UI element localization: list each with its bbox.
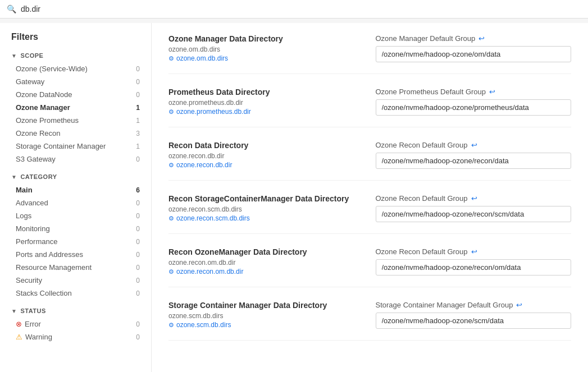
category-section: ▼ CATEGORY Main 6 Advanced 0 Logs 0 Moni… [0, 170, 151, 300]
category-item-resource-management[interactable]: Resource Management 0 [0, 261, 151, 274]
config-title-1: Prometheus Data Directory [168, 88, 364, 97]
category-item-logs[interactable]: Logs 0 [0, 209, 151, 222]
config-right-0: Ozone Manager Default Group ↩ [376, 34, 572, 62]
status-error-count: 0 [136, 320, 140, 328]
search-input[interactable] [21, 4, 581, 13]
scope-section-header[interactable]: ▼ SCOPE [0, 49, 151, 62]
category-item-count: 0 [136, 277, 140, 284]
scope-item-ozone-service-wide[interactable]: Ozone (Service-Wide) 0 [0, 62, 151, 75]
config-link-label-3: ozone.recon.scm.db.dirs [176, 214, 250, 222]
reset-icon-5[interactable]: ↩ [516, 301, 522, 309]
category-item-label: Stacks Collection [16, 289, 72, 297]
reset-icon-2[interactable]: ↩ [471, 141, 477, 149]
search-bar: 🔍 [0, 0, 588, 19]
status-warning-count: 0 [136, 333, 140, 341]
config-link-label-1: ozone.prometheus.db.dir [176, 108, 251, 116]
category-item-label: Security [16, 276, 42, 284]
config-value-input-0[interactable] [376, 46, 572, 62]
status-item-error[interactable]: ⊗ Error 0 [0, 318, 151, 330]
reset-icon-0[interactable]: ↩ [478, 34, 485, 43]
config-value-input-3[interactable] [376, 206, 572, 222]
config-link-label-2: ozone.recon.db.dir [176, 161, 232, 169]
link-icon-4: ⚙ [168, 268, 174, 275]
config-key-link-1[interactable]: ⚙ ozone.prometheus.db.dir [168, 108, 364, 116]
status-section-header[interactable]: ▼ STATUS [0, 304, 151, 318]
scope-item-ozone-manager[interactable]: Ozone Manager 1 [0, 101, 151, 114]
warning-icon: ⚠ [16, 333, 22, 341]
category-item-stacks-collection[interactable]: Stacks Collection 0 [0, 287, 151, 300]
scope-item-label: S3 Gateway [16, 155, 56, 163]
config-value-input-2[interactable] [376, 153, 572, 169]
scope-item-count: 3 [136, 130, 140, 137]
config-link-label-0: ozone.om.db.dirs [176, 54, 228, 62]
scope-item-storage-container-manager[interactable]: Storage Container Manager 1 [0, 140, 151, 153]
scope-item-ozone-recon[interactable]: Ozone Recon 3 [0, 127, 151, 140]
scope-item-label: Ozone Prometheus [16, 116, 79, 125]
status-label: STATUS [20, 307, 45, 314]
config-row-4: Recon OzoneManager Data Directory ozone.… [168, 247, 571, 287]
config-title-5: Storage Container Manager Data Directory [168, 301, 364, 310]
category-item-performance[interactable]: Performance 0 [0, 235, 151, 248]
config-key-name-5: ozone.scm.db.dirs [168, 312, 364, 320]
search-icon: 🔍 [7, 4, 16, 13]
config-left-2: Recon Data Directory ozone.recon.db.dir … [168, 141, 364, 169]
config-key-link-0[interactable]: ⚙ ozone.om.db.dirs [168, 54, 364, 62]
scope-item-label: Ozone DataNode [16, 90, 72, 99]
config-value-input-5[interactable] [376, 313, 572, 329]
config-key-link-4[interactable]: ⚙ ozone.recon.om.db.dir [168, 268, 364, 275]
reset-icon-4[interactable]: ↩ [471, 247, 477, 256]
config-key-name-1: ozone.prometheus.db.dir [168, 99, 364, 107]
category-item-security[interactable]: Security 0 [0, 274, 151, 287]
scope-item-label: Ozone Manager [16, 103, 70, 112]
config-title-4: Recon OzoneManager Data Directory [168, 247, 364, 256]
scope-label: SCOPE [20, 52, 43, 59]
scope-item-count: 0 [136, 78, 140, 86]
status-chevron-icon: ▼ [11, 308, 17, 314]
scope-item-s3-gateway[interactable]: S3 Gateway 0 [0, 153, 151, 166]
category-item-count: 6 [136, 186, 140, 194]
reset-icon-3[interactable]: ↩ [471, 194, 477, 203]
scope-item-ozone-prometheus[interactable]: Ozone Prometheus 1 [0, 114, 151, 127]
scope-item-count: 1 [136, 143, 140, 150]
category-item-advanced[interactable]: Advanced 0 [0, 196, 151, 209]
category-section-header[interactable]: ▼ CATEGORY [0, 170, 151, 183]
config-right-1: Ozone Prometheus Default Group ↩ [376, 88, 572, 116]
scope-item-gateway[interactable]: Gateway 0 [0, 75, 151, 88]
config-key-link-2[interactable]: ⚙ ozone.recon.db.dir [168, 161, 364, 169]
category-item-count: 0 [136, 238, 140, 246]
scope-item-ozone-datanode[interactable]: Ozone DataNode 0 [0, 88, 151, 101]
config-key-link-3[interactable]: ⚙ ozone.recon.scm.db.dirs [168, 214, 364, 222]
config-row-3: Recon StorageContainerManager Data Direc… [168, 194, 571, 234]
config-key-link-5[interactable]: ⚙ ozone.scm.db.dirs [168, 321, 364, 329]
config-group-label-3: Ozone Recon Default Group ↩ [376, 194, 572, 203]
link-icon-5: ⚙ [168, 322, 174, 329]
config-key-name-0: ozone.om.db.dirs [168, 45, 364, 53]
scope-item-count: 1 [136, 104, 140, 112]
config-row-0: Ozone Manager Data Directory ozone.om.db… [168, 34, 571, 74]
main-layout: Filters ▼ SCOPE Ozone (Service-Wide) 0 G… [0, 23, 588, 372]
config-value-input-1[interactable] [376, 99, 572, 116]
status-section: ▼ STATUS ⊗ Error 0 ⚠ Warning 0 [0, 304, 151, 343]
filters-title: Filters [0, 32, 151, 49]
scope-section: ▼ SCOPE Ozone (Service-Wide) 0 Gateway 0… [0, 49, 151, 166]
scope-item-label: Ozone Recon [16, 129, 61, 137]
config-title-3: Recon StorageContainerManager Data Direc… [168, 194, 364, 203]
category-item-main[interactable]: Main 6 [0, 183, 151, 196]
config-value-input-4[interactable] [376, 259, 572, 275]
scope-items: Ozone (Service-Wide) 0 Gateway 0 Ozone D… [0, 62, 151, 166]
category-item-count: 0 [136, 264, 140, 272]
config-group-label-4: Ozone Recon Default Group ↩ [376, 247, 572, 256]
config-key-name-3: ozone.recon.scm.db.dirs [168, 205, 364, 213]
status-item-warning[interactable]: ⚠ Warning 0 [0, 330, 151, 343]
category-item-monitoring[interactable]: Monitoring 0 [0, 222, 151, 235]
category-item-ports-addresses[interactable]: Ports and Addresses 0 [0, 248, 151, 261]
category-item-label: Advanced [16, 199, 48, 207]
link-icon-1: ⚙ [168, 108, 174, 116]
scope-item-count: 1 [136, 117, 140, 125]
category-item-label: Resource Management [16, 263, 92, 272]
scope-chevron-icon: ▼ [11, 53, 17, 59]
scope-item-label: Ozone (Service-Wide) [16, 65, 88, 73]
reset-icon-1[interactable]: ↩ [489, 88, 495, 96]
category-item-label: Main [16, 186, 33, 194]
config-right-3: Ozone Recon Default Group ↩ [376, 194, 572, 222]
